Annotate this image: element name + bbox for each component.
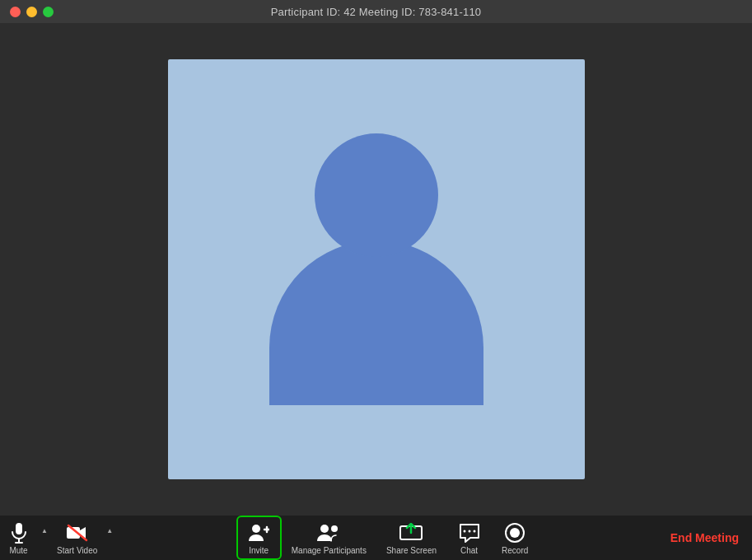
start-video-label: Start Video — [57, 546, 97, 555]
svg-point-14 — [468, 530, 470, 532]
svg-point-13 — [463, 530, 465, 532]
avatar-body — [269, 240, 483, 405]
title-bar-text: Participant ID: 42 Meeting ID: 783-841-1… — [271, 6, 482, 18]
mute-icon-wrap — [7, 521, 30, 544]
svg-point-15 — [473, 530, 475, 532]
end-meeting-label: End Meeting — [670, 531, 739, 544]
svg-point-9 — [331, 525, 338, 532]
manage-participants-button[interactable]: Manage Participants — [282, 516, 376, 560]
video-chevron-button[interactable]: ▲ — [102, 516, 117, 560]
end-meeting-button[interactable]: End Meeting — [657, 516, 752, 560]
svg-rect-0 — [16, 523, 22, 534]
video-area — [0, 23, 752, 516]
chat-icon — [459, 523, 480, 543]
mute-label: Mute — [9, 546, 27, 555]
start-video-icon-wrap — [66, 521, 89, 544]
maximize-button[interactable] — [43, 7, 54, 17]
record-icon — [504, 522, 525, 544]
svg-point-5 — [252, 525, 260, 533]
participant-video — [168, 59, 585, 479]
invite-label: Invite — [249, 546, 269, 555]
share-screen-icon-wrap — [399, 521, 423, 544]
avatar-container — [269, 133, 483, 405]
svg-point-8 — [320, 525, 329, 533]
start-video-button[interactable]: Start Video — [52, 516, 102, 560]
mute-button[interactable]: Mute — [0, 516, 37, 560]
invite-icon — [248, 523, 269, 543]
video-group: Start Video ▲ — [52, 516, 117, 560]
manage-participants-label: Manage Participants — [292, 546, 367, 555]
minimize-button[interactable] — [26, 7, 37, 17]
share-screen-button[interactable]: Share Screen — [376, 516, 446, 560]
close-button[interactable] — [10, 7, 21, 17]
record-label: Record — [502, 546, 528, 555]
video-camera-icon — [66, 524, 89, 542]
record-button[interactable]: Record — [492, 516, 538, 560]
mute-group: Mute ▲ — [0, 516, 52, 560]
invite-icon-wrap — [247, 521, 270, 544]
window-controls[interactable] — [10, 7, 54, 17]
chat-icon-wrap — [458, 521, 481, 544]
participants-icon — [317, 523, 340, 543]
chat-label: Chat — [460, 546, 478, 555]
invite-button[interactable]: Invite — [236, 516, 282, 560]
record-icon-wrap — [503, 521, 526, 544]
title-bar: Participant ID: 42 Meeting ID: 783-841-1… — [0, 0, 752, 23]
mute-chevron-button[interactable]: ▲ — [37, 516, 52, 560]
avatar-head — [315, 133, 438, 257]
manage-participants-icon-wrap — [317, 521, 340, 544]
microphone-icon — [10, 522, 28, 544]
toolbar: Mute ▲ Start Video ▲ — [0, 516, 752, 560]
share-screen-label: Share Screen — [386, 546, 437, 555]
share-screen-icon — [399, 523, 423, 543]
chat-button[interactable]: Chat — [446, 516, 492, 560]
toolbar-center: Invite Manage Participants — [117, 516, 656, 560]
svg-point-17 — [510, 528, 520, 538]
